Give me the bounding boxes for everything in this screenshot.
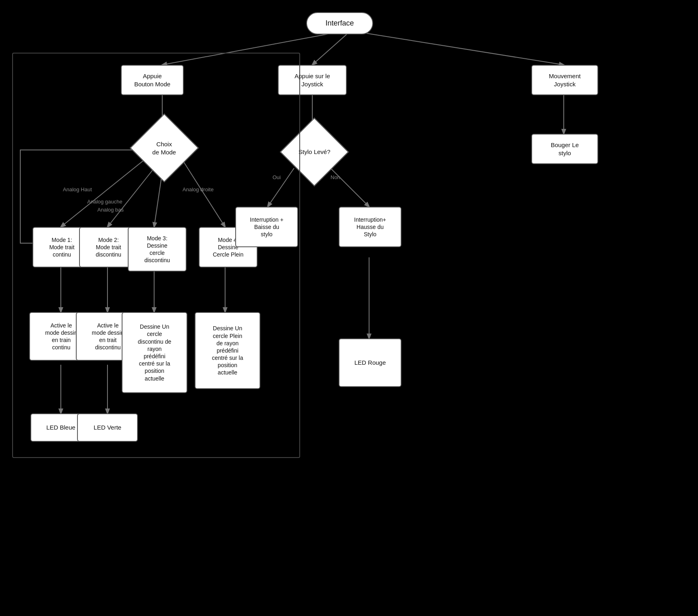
node-appuie-joystick: Appuie sur leJoystick xyxy=(278,65,347,95)
svg-line-6 xyxy=(61,160,144,227)
flowchart: Interface AppuieBouton Mode Appuie sur l… xyxy=(0,0,698,616)
node-mouvement-joystick: MouvementJoystick xyxy=(531,65,598,95)
node-dessine-cercle-plein: Dessine Uncercle Pleinde rayonprédéfinic… xyxy=(195,312,260,389)
svg-line-7 xyxy=(107,168,154,227)
label-analog-bas: Analog bas xyxy=(97,207,124,213)
label-analog-gauche: Analog gauche xyxy=(87,199,122,205)
node-interruption-hausse: Interruption+Hausse duStylo xyxy=(339,207,402,247)
label-analog-droite: Analog droite xyxy=(183,186,214,192)
svg-line-1 xyxy=(312,32,349,65)
node-mode3: Mode 3:Dessinecerclediscontinu xyxy=(128,227,187,272)
node-led-rouge: LED Rouge xyxy=(339,338,402,387)
svg-line-2 xyxy=(361,32,564,65)
node-dessine-cercle-disc: Dessine Uncerclediscontinu derayonprédéf… xyxy=(122,312,187,393)
label-analog-haut: Analog Haut xyxy=(63,186,92,192)
node-appuie-bouton: AppuieBouton Mode xyxy=(121,65,184,95)
node-led-verte: LED Verte xyxy=(77,413,138,442)
node-choix-mode: Choixde Mode xyxy=(138,122,191,174)
label-oui: Oui xyxy=(273,174,281,180)
node-bouger-stylo: Bouger Lestylo xyxy=(531,134,598,164)
node-interface: Interface xyxy=(306,12,373,34)
svg-line-0 xyxy=(162,32,337,65)
node-stylo-leve: Stylo Levé? xyxy=(288,126,341,178)
node-interruption-baisse: Interruption +Baisse dustylo xyxy=(235,207,298,247)
svg-line-8 xyxy=(154,172,162,227)
label-non: Non xyxy=(331,174,340,180)
